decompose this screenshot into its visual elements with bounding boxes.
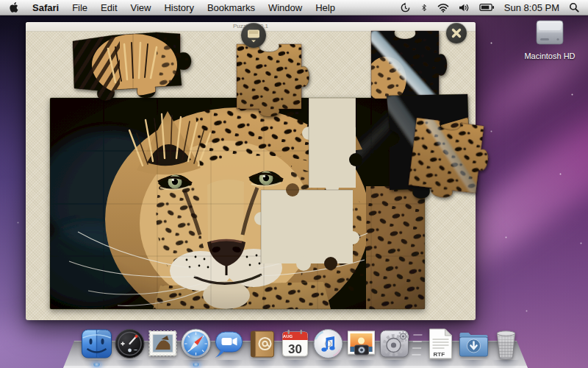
dock-icon-downloads-folder[interactable]	[457, 328, 490, 360]
dock-separator	[412, 329, 423, 360]
desktop-icon-label: Macintosh HD	[514, 52, 585, 60]
ical-date: 30	[288, 342, 302, 356]
dock-icon-ical[interactable]: AUG 30	[279, 328, 312, 360]
desktop-icon-macintosh-hd[interactable]: Macintosh HD	[514, 19, 585, 60]
bluetooth-icon[interactable]	[420, 2, 428, 13]
time-machine-icon[interactable]	[400, 2, 411, 13]
dock-icon-dashboard[interactable]	[114, 328, 146, 360]
ical-month: AUG	[283, 334, 293, 339]
menu-bar: Safari File Edit View History Bookmarks …	[0, 0, 588, 15]
preview-button[interactable]	[241, 23, 266, 48]
puzzle-window: PuzzleX V0.1	[26, 22, 476, 320]
spotlight-search-icon[interactable]	[569, 2, 579, 13]
dock-icon-trash[interactable]	[490, 328, 523, 360]
battery-icon[interactable]	[479, 3, 495, 12]
menu-bar-status-area: Sun 8:05 PM	[400, 2, 588, 13]
close-button[interactable]	[446, 23, 467, 43]
dock: AUG 30	[0, 315, 588, 368]
apple-logo-icon	[9, 1, 19, 13]
dock-icon-itunes[interactable]	[312, 328, 345, 360]
menu-view[interactable]: View	[131, 2, 151, 13]
rtf-label: RTF	[434, 351, 445, 358]
monitor-icon	[246, 28, 261, 43]
menu-history[interactable]: History	[164, 2, 193, 13]
apple-menu[interactable]	[9, 1, 19, 13]
missing-piece-hole-top	[302, 98, 362, 194]
dock-icon-mail[interactable]	[147, 328, 179, 360]
running-indicator	[93, 363, 101, 367]
dock-icon-iphoto[interactable]	[345, 328, 378, 360]
dock-items: AUG 30	[81, 328, 523, 360]
dock-icon-rtf-document[interactable]: RTF	[424, 328, 456, 360]
menu-window[interactable]: Window	[268, 2, 302, 13]
menu-app-name[interactable]: Safari	[32, 2, 59, 13]
hard-drive-icon	[533, 19, 567, 47]
desktop: Safari File Edit View History Bookmarks …	[0, 0, 588, 368]
wifi-icon[interactable]	[437, 3, 449, 13]
close-x-icon	[451, 28, 462, 38]
menu-file[interactable]: File	[72, 2, 87, 13]
volume-icon[interactable]	[459, 3, 470, 13]
dock-icon-system-preferences[interactable]	[379, 328, 411, 360]
menu-clock[interactable]: Sun 8:05 PM	[504, 2, 559, 13]
menu-help[interactable]: Help	[315, 2, 335, 13]
running-indicator	[192, 363, 200, 367]
menu-bookmarks[interactable]: Bookmarks	[207, 2, 255, 13]
puzzle-photo[interactable]	[35, 98, 429, 331]
dock-icon-address-book[interactable]	[246, 328, 279, 360]
dock-icon-finder[interactable]	[81, 328, 113, 360]
missing-piece-hole-mid	[254, 183, 359, 271]
puzzle-board	[26, 31, 476, 320]
dock-icon-safari[interactable]	[180, 328, 212, 360]
menu-edit[interactable]: Edit	[101, 2, 117, 13]
dock-icon-ichat[interactable]	[213, 328, 245, 360]
